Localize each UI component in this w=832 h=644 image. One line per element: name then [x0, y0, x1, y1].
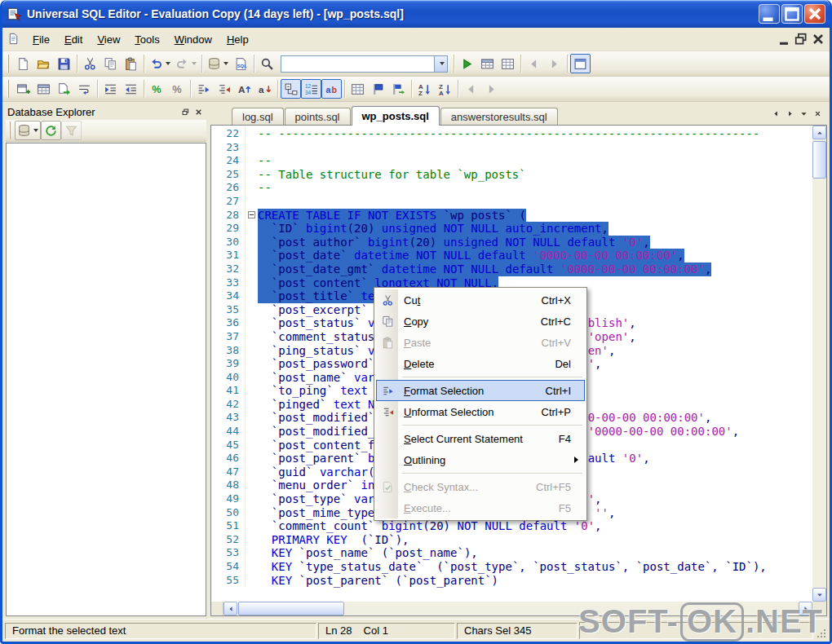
- context-execute[interactable]: Execute...F5: [376, 497, 585, 518]
- scroll-left-button[interactable]: [223, 602, 237, 615]
- menu-view[interactable]: View: [90, 30, 127, 49]
- titlebar[interactable]: Universal SQL Editor - Evaluation Copy (…: [2, 0, 830, 28]
- tab-scroll-left-button[interactable]: [769, 108, 782, 120]
- code-line-31[interactable]: 31 `post_date` datetime NOT NULL default…: [211, 249, 812, 262]
- connect-database-button[interactable]: [205, 54, 231, 73]
- code-line-55[interactable]: 55 KEY `post_parent` (`post_parent`): [211, 574, 812, 588]
- code-line-25[interactable]: 25-- Table structure for table `wp_posts…: [211, 168, 812, 182]
- toolbar-gripper[interactable]: [7, 80, 10, 98]
- minimize-button[interactable]: [759, 4, 780, 24]
- tab-wp_posts-sql[interactable]: wp_posts.sql: [352, 106, 440, 126]
- split-handle[interactable]: [211, 602, 223, 615]
- decrease-indent-button[interactable]: [121, 79, 141, 99]
- explorer-close-button[interactable]: [192, 106, 205, 117]
- script-table-button[interactable]: [477, 54, 498, 73]
- find-button[interactable]: [257, 54, 277, 73]
- copy-button[interactable]: [100, 54, 121, 73]
- unformat-selection-button[interactable]: [214, 79, 234, 99]
- collapse-icon[interactable]: [248, 211, 255, 218]
- new-file-button[interactable]: [13, 54, 33, 73]
- menu-tools[interactable]: Tools: [127, 30, 166, 49]
- toggle-highlight-button[interactable]: ab: [321, 79, 342, 99]
- menu-window[interactable]: Window: [167, 30, 219, 49]
- previous-error-button[interactable]: [461, 79, 481, 99]
- context-check-syntax[interactable]: Check Syntax...Ctrl+F5: [376, 476, 585, 497]
- context-outlining[interactable]: Outlining: [376, 449, 585, 470]
- quick-search-combo[interactable]: [281, 55, 448, 73]
- toolbar-gripper[interactable]: [9, 121, 11, 139]
- word-wrap-button[interactable]: [74, 79, 95, 99]
- toggle-line-numbers-button[interactable]: 1234: [301, 79, 321, 99]
- menu-file[interactable]: File: [25, 30, 57, 49]
- code-line-32[interactable]: 32 `post_date_gmt` datetime NOT NULL def…: [211, 262, 812, 276]
- refresh-button[interactable]: [41, 121, 61, 140]
- next-bookmark-button[interactable]: [388, 79, 409, 99]
- code-line-51[interactable]: 51 `comment_count` bigint(20) NOT NULL d…: [211, 519, 812, 533]
- format-selection-button[interactable]: [193, 79, 214, 99]
- code-line-22[interactable]: 22-- -----------------------------------…: [211, 127, 812, 141]
- comment-selection-button[interactable]: %: [147, 79, 167, 99]
- sort-descending-button[interactable]: ZA: [435, 79, 455, 99]
- toggle-output-button[interactable]: [570, 54, 591, 73]
- menu-help[interactable]: Help: [219, 30, 256, 49]
- context-select-current-statement[interactable]: Select Current StatementF4: [376, 428, 585, 449]
- mdi-restore-button[interactable]: [793, 32, 809, 46]
- toggle-bookmark-button[interactable]: [368, 79, 388, 99]
- paste-button[interactable]: [121, 54, 141, 73]
- context-unformat-selection[interactable]: Unformat SelectionCtrl+P: [376, 401, 585, 422]
- results-pane-button[interactable]: [347, 79, 368, 99]
- results-grid-button[interactable]: [498, 54, 518, 73]
- save-file-button[interactable]: [54, 54, 74, 73]
- script-create-button[interactable]: [13, 79, 33, 99]
- code-line-29[interactable]: 29 `ID` bigint(20) unsigned NOT NULL aut…: [211, 222, 812, 236]
- code-line-52[interactable]: 52 PRIMARY KEY (`ID`),: [211, 533, 812, 547]
- uppercase-button[interactable]: A: [234, 79, 254, 99]
- next-result-button[interactable]: [544, 54, 564, 73]
- tab-list-button[interactable]: [797, 108, 810, 120]
- previous-result-button[interactable]: [524, 54, 544, 73]
- uncomment-selection-button[interactable]: %: [167, 79, 188, 99]
- execute-button[interactable]: [457, 54, 477, 73]
- cut-button[interactable]: [80, 54, 100, 73]
- tab-log-sql[interactable]: log.sql: [232, 108, 284, 125]
- mdi-close-button[interactable]: [810, 32, 826, 46]
- context-format-selection[interactable]: Format SelectionCtrl+I: [376, 380, 585, 401]
- horizontal-scroll-thumb[interactable]: [238, 602, 344, 615]
- context-copy[interactable]: CopyCtrl+C: [376, 311, 585, 332]
- context-delete[interactable]: DeleteDel: [376, 353, 585, 374]
- app-icon[interactable]: [7, 7, 22, 21]
- toolbar-gripper[interactable]: [7, 55, 10, 73]
- export-results-button[interactable]: [54, 79, 74, 99]
- code-line-26[interactable]: 26--: [211, 181, 812, 195]
- explorer-float-button[interactable]: [179, 106, 192, 117]
- sort-ascending-button[interactable]: AZ: [414, 79, 435, 99]
- close-button[interactable]: [804, 4, 825, 24]
- next-error-button[interactable]: [481, 79, 502, 99]
- code-line-23[interactable]: 23: [211, 141, 812, 155]
- maximize-button[interactable]: [781, 4, 803, 24]
- tab-points-sql[interactable]: points.sql: [285, 108, 351, 125]
- open-file-button[interactable]: [33, 54, 54, 73]
- menu-edit[interactable]: Edit: [57, 30, 90, 49]
- code-line-53[interactable]: 53 KEY `post_name` (`post_name`),: [211, 546, 812, 560]
- new-query-button[interactable]: SQL: [231, 54, 251, 73]
- code-line-54[interactable]: 54 KEY `type_status_date` (`post_type`, …: [211, 560, 812, 574]
- tab-scroll-right-button[interactable]: [783, 108, 796, 120]
- quick-search-combo-dropdown-button[interactable]: [434, 56, 447, 72]
- connect-button[interactable]: [15, 121, 41, 140]
- document-system-icon[interactable]: [7, 33, 22, 46]
- lowercase-button[interactable]: a: [254, 79, 275, 99]
- vertical-scroll-thumb[interactable]: [812, 141, 826, 179]
- undo-button[interactable]: [147, 54, 173, 73]
- scroll-up-button[interactable]: [812, 126, 826, 139]
- code-line-30[interactable]: 30 `post_author` bigint(20) unsigned NOT…: [211, 236, 812, 249]
- filter-button[interactable]: [61, 121, 82, 140]
- context-cut[interactable]: CutCtrl+X: [376, 289, 585, 311]
- explorer-tree[interactable]: [6, 143, 206, 616]
- toggle-outlining-button[interactable]: [281, 79, 301, 99]
- mdi-minimize-button[interactable]: [776, 32, 792, 46]
- code-line-24[interactable]: 24--: [211, 154, 812, 168]
- increase-indent-button[interactable]: [100, 79, 121, 99]
- tab-close-button[interactable]: [811, 108, 824, 120]
- code-line-27[interactable]: 27: [211, 195, 812, 209]
